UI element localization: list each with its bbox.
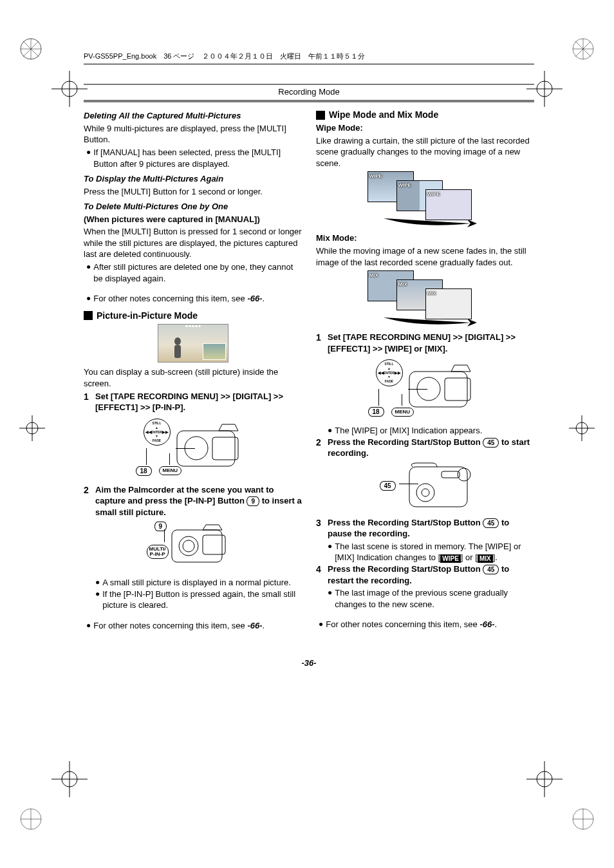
step-text: Press the Recording Start/Stop Button 45…: [328, 517, 534, 540]
bullet-text: The last scene is stored in memory. The …: [335, 541, 534, 563]
step-number: 2: [84, 484, 95, 518]
subheading-mix: Mix Mode:: [316, 232, 534, 244]
book-time: 午前１１時５１分: [308, 52, 365, 60]
heading-delete-all: Deleting All the Captured Multi-Pictures: [84, 110, 302, 122]
registration-mark-icon: [569, 415, 595, 441]
camera-rear-icon: [406, 462, 477, 512]
step-2: 2 Aim the Palmcorder at the scene you wa…: [84, 484, 302, 518]
bullet-text: If [MANUAL] has been selected, press the…: [93, 147, 302, 169]
step-1: 1 Set [TAPE RECORDING MENU] >> [DIGITAL]…: [84, 391, 302, 413]
callout-9: 9: [154, 522, 167, 531]
step-2: 2 Press the Recording Start/Stop Button …: [316, 437, 534, 459]
bullet-item: ● The last scene is stored in memory. Th…: [328, 541, 534, 563]
bullet-text: If the [P-IN-P] Button is pressed again,…: [102, 589, 302, 611]
callout-18: 18: [368, 407, 384, 417]
camera-icon: [406, 362, 480, 415]
step-text: Press the Recording Start/Stop Button 45…: [328, 437, 534, 459]
section-header: Recording Mode: [84, 84, 534, 103]
book-filename: PV-GS55PP_Eng.book: [84, 52, 156, 60]
step-text: Set [TAPE RECORDING MENU] >> [DIGITAL] >…: [328, 332, 534, 354]
figure-camera-small: 9 MULTI/ P-IN-P: [84, 520, 302, 573]
page-reference: -66-: [247, 621, 262, 630]
bullet-icon: ●: [328, 541, 332, 551]
bullet-icon: ●: [95, 577, 100, 587]
camera-icon: [171, 524, 232, 569]
book-page: 36 ページ: [163, 52, 194, 60]
bullet-text: For other notes concerning this item, se…: [93, 620, 265, 632]
step-1: 1 Set [TAPE RECORDING MENU] >> [DIGITAL]…: [316, 332, 534, 354]
step-number: 1: [84, 391, 95, 413]
step-3: 3 Press the Recording Start/Stop Button …: [316, 517, 534, 540]
step-text: Press the Recording Start/Stop Button 45…: [328, 563, 534, 586]
svg-point-34: [174, 337, 181, 345]
svg-point-40: [179, 536, 198, 556]
bullet-item: ● For other notes concerning this item, …: [86, 293, 302, 305]
inverse-mix-label: MIX: [478, 554, 493, 563]
heading-delete-one-sub: (When pictures were captured in [MANUAL]…: [84, 214, 302, 225]
registration-mark-icon: [51, 761, 88, 797]
step-number: 2: [316, 437, 328, 459]
callout-45: 45: [483, 565, 499, 574]
bullet-text: For other notes concerning this item, se…: [326, 619, 497, 630]
square-bullet-icon: [316, 111, 325, 120]
bullet-icon: ●: [95, 589, 100, 599]
registration-mark-icon: [526, 761, 563, 797]
bullet-item: ● If [MANUAL] has been selected, press t…: [86, 147, 302, 169]
book-date: ２００４年２月１０日: [202, 52, 273, 60]
registration-mark-icon: [51, 71, 88, 107]
step-text: Set [TAPE RECORDING MENU] >> [DIGITAL] >…: [95, 391, 302, 413]
bullet-item: ● If the [P-IN-P] Button is pressed agai…: [95, 589, 302, 611]
callout-45: 45: [483, 438, 499, 448]
bullet-icon: ●: [86, 261, 91, 272]
bullet-text: The last image of the previous scene gra…: [335, 587, 534, 610]
callout-45: 45: [483, 518, 499, 528]
page-reference: -66-: [247, 294, 262, 303]
svg-point-41: [183, 540, 194, 552]
spiral-mark-icon: [570, 806, 596, 832]
bullet-icon: ●: [86, 147, 91, 157]
callout-18: 18: [136, 466, 152, 476]
square-bullet-icon: [84, 311, 93, 320]
text: While the moving image of a new scene fa…: [316, 245, 534, 268]
bullet-item: ● The last image of the previous scene g…: [328, 587, 534, 610]
section-heading-pip: Picture-in-Picture Mode: [84, 310, 302, 322]
text: Like drawing a curtain, the still pictur…: [316, 135, 534, 169]
bullet-text: After still pictures are deleted one by …: [93, 261, 302, 284]
bullet-icon: ●: [86, 620, 91, 630]
bullet-item: ● A small still picture is displayed in …: [95, 577, 302, 589]
svg-rect-35: [174, 345, 181, 358]
step-text: Aim the Palmcorder at the scene you want…: [95, 484, 302, 518]
registration-mark-icon: [19, 415, 45, 441]
bullet-item: ● For other notes concerning this item, …: [319, 619, 534, 630]
bullet-icon: ●: [319, 619, 323, 629]
callout-45: 45: [380, 481, 396, 491]
page-reference: -66-: [479, 619, 494, 629]
svg-point-47: [416, 484, 434, 502]
arrow-icon: [380, 316, 477, 329]
arrow-icon: [380, 217, 477, 230]
figure-pip-screen: [84, 324, 302, 363]
figure-camera-controls: STILL ENTER FADE ◀◀ ▶▶ ▲ ▼ 18 MENU: [84, 416, 302, 480]
step-number: 3: [316, 517, 328, 540]
left-column: Deleting All the Captured Multi-Pictures…: [84, 109, 302, 631]
heading-display-again: To Display the Multi-Pictures Again: [84, 173, 302, 185]
heading-text: Picture-in-Picture Mode: [97, 310, 198, 322]
bullet-text: The [WIPE] or [MIX] Indication appears.: [335, 425, 482, 437]
figure-camera-rec-button: 45: [316, 462, 534, 513]
bullet-icon: ●: [328, 425, 332, 435]
figure-camera-controls: STILL ENTER FADE ◀◀ ▶▶ ▲ ▼ 18 MENU: [316, 357, 534, 421]
figure-wipe-transition: WIPE WIPE WIPE: [316, 171, 534, 226]
text: You can display a sub-screen (still pict…: [84, 366, 302, 389]
spiral-mark-icon: [18, 806, 44, 832]
bullet-text: For other notes concerning this item, se…: [93, 293, 265, 305]
svg-rect-45: [445, 378, 470, 401]
page-number: -36-: [84, 657, 534, 669]
callout-multi-pinp: MULTI/ P-IN-P: [147, 545, 169, 559]
text: Press the [MULTI] Button for 1 second or…: [84, 186, 302, 198]
figure-mix-transition: MIX MIX MIX: [316, 270, 534, 325]
inverse-wipe-label: WIPE: [440, 554, 461, 563]
right-column: Wipe Mode and Mix Mode Wipe Mode: Like d…: [316, 109, 534, 631]
svg-rect-38: [212, 437, 238, 460]
step-4: 4 Press the Recording Start/Stop Button …: [316, 563, 534, 586]
heading-delete-one: To Delete Multi-Pictures One by One: [84, 201, 302, 212]
